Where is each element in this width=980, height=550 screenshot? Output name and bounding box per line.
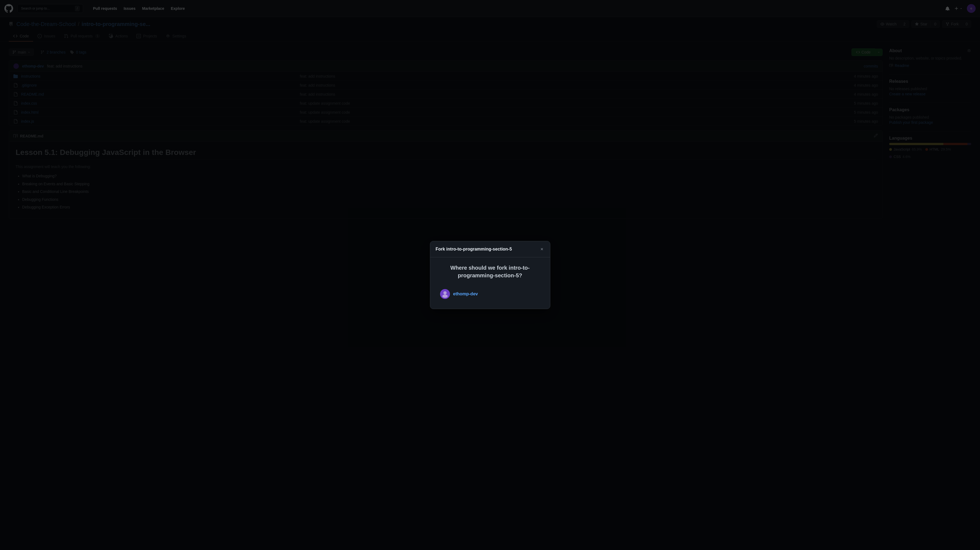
fork-modal-overlay[interactable]: Fork intro-to-programming-section-5 × Wh… [0, 0, 980, 225]
